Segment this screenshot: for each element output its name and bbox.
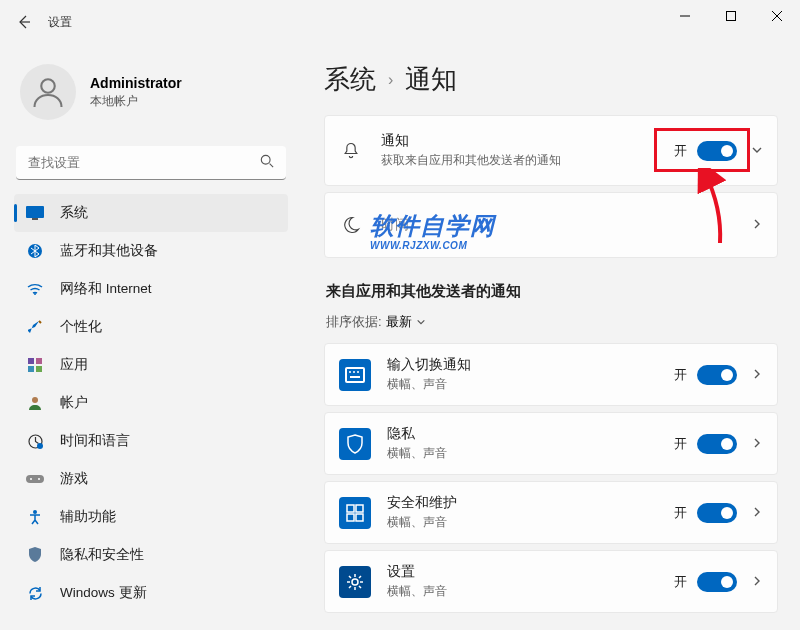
sidebar-item-3[interactable]: 个性化 bbox=[14, 308, 288, 346]
breadcrumb-parent[interactable]: 系统 bbox=[324, 62, 376, 97]
sidebar-item-label: 网络和 Internet bbox=[60, 280, 152, 298]
svg-point-16 bbox=[38, 478, 40, 480]
app-notification-card[interactable]: 设置横幅、声音开 bbox=[324, 550, 778, 613]
sidebar: Administrator 本地帐户 系统蓝牙和其他设备网络和 Internet… bbox=[0, 44, 298, 630]
nav-icon bbox=[26, 242, 44, 260]
breadcrumb: 系统 › 通知 bbox=[324, 62, 778, 97]
svg-rect-9 bbox=[28, 366, 34, 372]
toggle-state-label: 开 bbox=[674, 573, 687, 591]
sidebar-item-0[interactable]: 系统 bbox=[14, 194, 288, 232]
sort-value: 最新 bbox=[386, 313, 412, 331]
close-button[interactable] bbox=[754, 0, 800, 32]
moon-icon bbox=[339, 213, 363, 237]
svg-point-22 bbox=[357, 371, 359, 373]
minimize-icon bbox=[680, 11, 690, 21]
sort-label: 排序依据: bbox=[326, 313, 382, 331]
chevron-right-icon bbox=[751, 366, 763, 384]
svg-rect-4 bbox=[32, 218, 38, 220]
nav-icon bbox=[26, 280, 44, 298]
dnd-card[interactable]: 时间 bbox=[324, 192, 778, 258]
toggle-state-label: 开 bbox=[674, 504, 687, 522]
nav-icon bbox=[26, 584, 44, 602]
app-sub: 横幅、声音 bbox=[387, 583, 674, 600]
nav-icon bbox=[26, 432, 44, 450]
sidebar-item-label: Windows 更新 bbox=[60, 584, 147, 602]
app-notification-card[interactable]: 输入切换通知横幅、声音开 bbox=[324, 343, 778, 406]
sidebar-item-8[interactable]: 辅助功能 bbox=[14, 498, 288, 536]
svg-rect-23 bbox=[350, 376, 360, 378]
sidebar-item-label: 蓝牙和其他设备 bbox=[60, 242, 158, 260]
svg-point-11 bbox=[32, 397, 38, 403]
sidebar-item-6[interactable]: 时间和语言 bbox=[14, 422, 288, 460]
svg-point-15 bbox=[30, 478, 32, 480]
toggle-state-label: 开 bbox=[674, 435, 687, 453]
profile-block[interactable]: Administrator 本地帐户 bbox=[14, 56, 288, 136]
svg-rect-14 bbox=[26, 475, 44, 483]
svg-rect-8 bbox=[36, 358, 42, 364]
app-title: 安全和维护 bbox=[387, 494, 674, 512]
back-button[interactable] bbox=[8, 6, 40, 38]
window-title: 设置 bbox=[48, 14, 72, 31]
app-toggle[interactable] bbox=[697, 572, 737, 592]
arrow-left-icon bbox=[16, 14, 32, 30]
profile-name: Administrator bbox=[90, 75, 182, 91]
chevron-right-icon bbox=[751, 573, 763, 591]
notifications-master-card[interactable]: 通知 获取来自应用和其他发送者的通知 开 bbox=[324, 115, 778, 186]
sidebar-item-5[interactable]: 帐户 bbox=[14, 384, 288, 422]
sidebar-item-label: 应用 bbox=[60, 356, 88, 374]
card-title: 通知 bbox=[381, 132, 674, 150]
svg-point-28 bbox=[352, 579, 358, 585]
svg-rect-7 bbox=[28, 358, 34, 364]
section-header: 来自应用和其他发送者的通知 bbox=[326, 282, 778, 301]
person-icon bbox=[30, 74, 66, 110]
sidebar-item-4[interactable]: 应用 bbox=[14, 346, 288, 384]
nav-icon bbox=[26, 356, 44, 374]
nav-icon bbox=[26, 508, 44, 526]
nav-icon bbox=[26, 546, 44, 564]
toggle-state-label: 开 bbox=[674, 366, 687, 384]
sidebar-item-label: 时间和语言 bbox=[60, 432, 130, 450]
sidebar-item-label: 隐私和安全性 bbox=[60, 546, 144, 564]
app-toggle[interactable] bbox=[697, 365, 737, 385]
chevron-down-icon bbox=[751, 142, 763, 160]
bell-icon bbox=[339, 139, 363, 163]
svg-rect-24 bbox=[347, 505, 354, 512]
sidebar-item-label: 游戏 bbox=[60, 470, 88, 488]
sidebar-item-label: 个性化 bbox=[60, 318, 102, 336]
sort-row[interactable]: 排序依据: 最新 bbox=[324, 313, 778, 331]
nav-icon bbox=[26, 394, 44, 412]
app-toggle[interactable] bbox=[697, 434, 737, 454]
profile-sub: 本地帐户 bbox=[90, 93, 182, 110]
card-title: 时间 bbox=[381, 216, 747, 234]
app-sub: 横幅、声音 bbox=[387, 376, 674, 393]
notifications-toggle[interactable] bbox=[697, 141, 737, 161]
svg-rect-25 bbox=[356, 505, 363, 512]
toggle-state-label: 开 bbox=[674, 142, 687, 160]
sidebar-item-10[interactable]: Windows 更新 bbox=[14, 574, 288, 612]
sidebar-item-9[interactable]: 隐私和安全性 bbox=[14, 536, 288, 574]
sidebar-item-1[interactable]: 蓝牙和其他设备 bbox=[14, 232, 288, 270]
app-notification-card[interactable]: 安全和维护横幅、声音开 bbox=[324, 481, 778, 544]
sidebar-item-label: 帐户 bbox=[60, 394, 88, 412]
avatar bbox=[20, 64, 76, 120]
sidebar-item-2[interactable]: 网络和 Internet bbox=[14, 270, 288, 308]
app-notification-card[interactable]: 隐私横幅、声音开 bbox=[324, 412, 778, 475]
app-icon bbox=[339, 428, 371, 460]
svg-point-1 bbox=[41, 79, 55, 93]
app-toggle[interactable] bbox=[697, 503, 737, 523]
svg-rect-26 bbox=[347, 514, 354, 521]
search-icon bbox=[260, 154, 274, 172]
svg-rect-0 bbox=[727, 12, 736, 21]
svg-rect-27 bbox=[356, 514, 363, 521]
svg-rect-19 bbox=[347, 369, 363, 381]
svg-rect-3 bbox=[26, 206, 44, 218]
app-sub: 横幅、声音 bbox=[387, 445, 674, 462]
sidebar-item-label: 系统 bbox=[60, 204, 88, 222]
sidebar-item-7[interactable]: 游戏 bbox=[14, 460, 288, 498]
maximize-button[interactable] bbox=[708, 0, 754, 32]
minimize-button[interactable] bbox=[662, 0, 708, 32]
search-input[interactable] bbox=[16, 146, 286, 180]
app-icon bbox=[339, 497, 371, 529]
svg-point-6 bbox=[34, 293, 36, 295]
app-title: 输入切换通知 bbox=[387, 356, 674, 374]
